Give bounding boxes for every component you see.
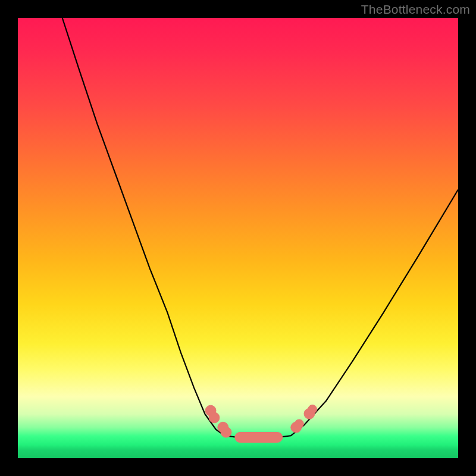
valley-dot bbox=[221, 427, 231, 437]
watermark-text: TheBottleneck.com bbox=[361, 2, 470, 17]
valley-dot bbox=[308, 405, 317, 414]
bottleneck-curve bbox=[62, 18, 458, 438]
valley-dot bbox=[209, 412, 220, 423]
curve-layer bbox=[18, 18, 458, 458]
plot-area bbox=[18, 18, 458, 458]
chart-frame: TheBottleneck.com bbox=[0, 0, 476, 476]
valley-pill bbox=[235, 433, 283, 443]
valley-dot bbox=[295, 419, 304, 428]
valley-markers bbox=[205, 405, 317, 443]
